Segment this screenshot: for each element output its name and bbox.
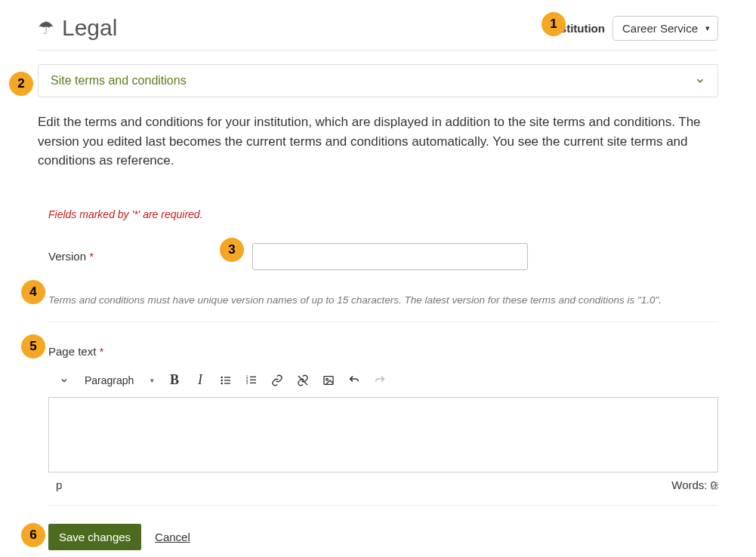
callout-2: 2	[9, 72, 33, 96]
bullet-list-button[interactable]	[214, 370, 237, 391]
svg-rect-11	[250, 382, 256, 383]
callout-6: 6	[21, 523, 45, 547]
pagetext-label: Page text *	[48, 345, 718, 358]
form-actions: Save changes Cancel	[48, 524, 718, 550]
callout-5: 5	[21, 334, 45, 359]
page-header: ☂ Legal Institution Career Service	[38, 15, 718, 51]
svg-rect-1	[224, 377, 230, 377]
toolbar-paragraph-select[interactable]: Paragraph ▾	[79, 372, 160, 389]
numbered-list-button[interactable]: 123	[240, 370, 263, 391]
svg-rect-9	[250, 379, 256, 380]
link-button[interactable]	[266, 370, 289, 391]
unlink-button[interactable]	[292, 370, 314, 391]
resize-handle-icon[interactable]	[711, 482, 718, 490]
caret-down-icon: ▾	[150, 377, 154, 384]
editor-path: p	[56, 479, 62, 491]
page-title: ☂ Legal	[38, 15, 117, 41]
accordion-title: Site terms and conditions	[51, 74, 187, 88]
svg-rect-3	[224, 380, 230, 380]
version-help-text: Terms and conditions must have unique ve…	[48, 293, 718, 322]
institution-selector-wrap: Institution Career Service	[550, 16, 718, 41]
svg-point-2	[221, 379, 223, 381]
version-field-row: Version *	[48, 243, 718, 270]
svg-rect-7	[250, 376, 256, 377]
required-star: *	[89, 250, 94, 263]
chevron-down-icon	[695, 75, 705, 86]
svg-point-14	[326, 378, 329, 380]
svg-rect-13	[324, 376, 333, 384]
svg-rect-5	[224, 383, 230, 383]
version-input[interactable]	[252, 243, 528, 270]
undo-button[interactable]	[343, 370, 366, 391]
intro-text: Edit the terms and conditions for your i…	[38, 112, 718, 171]
required-note: Fields marked by '*' are required.	[48, 208, 718, 220]
editor-textarea[interactable]	[48, 397, 718, 472]
required-star: *	[100, 345, 104, 358]
save-button[interactable]: Save changes	[48, 524, 141, 550]
accordion-site-terms[interactable]: Site terms and conditions	[38, 64, 718, 97]
editor-toolbar: Paragraph ▾ B I 123	[48, 367, 718, 397]
italic-button[interactable]: I	[189, 370, 211, 391]
redo-button	[369, 370, 391, 391]
umbrella-icon: ☂	[38, 17, 54, 38]
page-title-text: Legal	[62, 15, 117, 41]
callout-1: 1	[542, 12, 566, 36]
institution-selected-value: Career Service	[622, 22, 698, 35]
svg-point-4	[221, 382, 223, 384]
callout-4: 4	[21, 280, 45, 304]
cancel-link[interactable]: Cancel	[155, 531, 190, 543]
svg-text:3: 3	[246, 381, 248, 385]
svg-point-0	[221, 376, 223, 378]
institution-select[interactable]: Career Service	[613, 16, 718, 41]
image-button[interactable]	[317, 370, 340, 391]
callout-3: 3	[220, 238, 244, 262]
bold-button[interactable]: B	[163, 370, 186, 391]
toolbar-expand-button[interactable]	[53, 370, 76, 391]
editor-status-bar: p Words: 0	[48, 479, 718, 506]
